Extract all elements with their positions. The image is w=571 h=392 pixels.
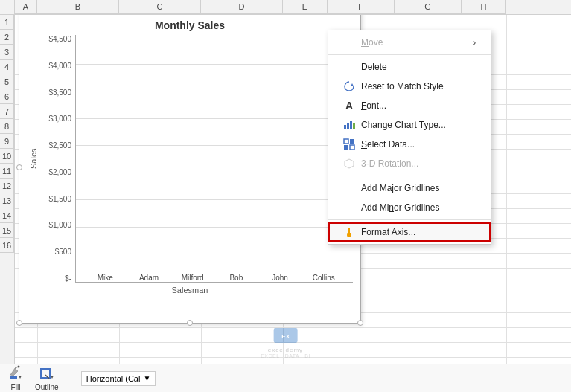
watermark-logo-svg: EX — [270, 324, 300, 347]
bar-label-john: John — [272, 274, 288, 282]
outline-button[interactable]: Outline — [35, 365, 59, 391]
row-header-2[interactable]: 2 — [0, 30, 14, 45]
row-header-4[interactable]: 4 — [0, 60, 14, 74]
row-header-12[interactable]: 12 — [0, 179, 14, 193]
move-icon — [343, 36, 355, 48]
handle-bl[interactable] — [16, 320, 22, 326]
y-tick: $1,000 — [48, 221, 71, 229]
col-header-b[interactable]: B — [37, 0, 119, 14]
watermark-tagline: EXCEL · DATA · BI — [261, 353, 310, 359]
menu-item-minor-gridlines[interactable]: Add Minor Gridlines — [328, 198, 491, 217]
horizontal-cal-label: Horizontal (Cal — [86, 374, 141, 383]
major-gridlines-icon — [343, 182, 355, 194]
menu-label-minor-gridlines: Add Minor Gridlines — [361, 202, 439, 213]
y-tick: $2,500 — [48, 141, 71, 150]
y-tick: $3,000 — [48, 115, 71, 123]
fill-button[interactable]: Fill — [7, 365, 24, 391]
horizontal-cal-dropdown[interactable]: Horizontal (Cal ▼ — [81, 371, 156, 386]
row-header-6[interactable]: 6 — [0, 89, 14, 104]
minor-gridlines-icon — [343, 202, 355, 213]
row-header-10[interactable]: 10 — [0, 149, 14, 164]
y-axis-label: Sales — [27, 35, 40, 283]
menu-item-change-chart[interactable]: Change Chart Type... — [328, 115, 491, 135]
bar-group-milford: Milford — [170, 271, 214, 282]
fill-label: Fill — [11, 383, 21, 391]
row-header-1[interactable]: 1 — [0, 15, 14, 30]
spreadsheet: A B C D E F G H 1 2 3 4 5 6 7 8 9 10 11 … — [0, 0, 571, 392]
y-tick: $500 — [55, 248, 71, 256]
watermark-text: exceldemy — [268, 347, 303, 353]
y-tick: $- — [65, 274, 71, 283]
menu-item-reset-style[interactable]: Reset to Match Style — [328, 77, 491, 96]
menu-item-select-data[interactable]: Select Data... — [328, 135, 491, 154]
col-header-h[interactable]: H — [462, 0, 506, 14]
menu-item-delete[interactable]: Delete — [328, 57, 491, 77]
bottom-toolbar: Fill Outline Horizontal (Cal ▼ — [0, 364, 571, 392]
bar-group-john: John — [258, 271, 302, 282]
handle-bc[interactable] — [187, 320, 193, 326]
menu-label-3d-rotation: 3-D Rotation... — [361, 158, 418, 169]
svg-rect-18 — [41, 369, 50, 378]
chart-inner: Monthly Sales Sales $4,500 $4,000 $3,500… — [19, 12, 360, 323]
row-header-16[interactable]: 16 — [0, 238, 14, 253]
font-icon: A — [343, 100, 355, 112]
select-data-icon — [343, 138, 355, 150]
svg-rect-5 — [344, 139, 348, 144]
menu-separator-1 — [328, 54, 491, 55]
menu-label-reset-style: Reset to Match Style — [361, 81, 444, 91]
row-header-3[interactable]: 3 — [0, 45, 14, 60]
dropdown-arrow-icon: ▼ — [143, 374, 150, 382]
menu-label-format-axis: Format Axis... — [361, 227, 415, 237]
menu-label-font: Font... — [361, 100, 386, 111]
col-header-c[interactable]: C — [119, 0, 201, 14]
bar-group-bob: Bob — [214, 271, 258, 282]
menu-item-major-gridlines[interactable]: Add Major Gridlines — [328, 179, 491, 198]
y-tick: $4,500 — [48, 35, 71, 43]
row-header-9[interactable]: 9 — [0, 134, 14, 149]
handle-br[interactable] — [357, 320, 363, 326]
svg-marker-14 — [10, 368, 18, 376]
row-header-11[interactable]: 11 — [0, 164, 14, 179]
col-header-e[interactable]: E — [283, 0, 328, 14]
chart-container[interactable]: Monthly Sales Sales $4,500 $4,000 $3,500… — [19, 11, 361, 324]
row-header-7[interactable]: 7 — [0, 104, 14, 119]
menu-label-major-gridlines: Add Major Gridlines — [361, 183, 439, 193]
y-tick: $4,000 — [48, 62, 71, 70]
col-header-g[interactable]: G — [395, 0, 462, 14]
row-header-15[interactable]: 15 — [0, 223, 14, 238]
move-arrow-icon: › — [473, 39, 476, 47]
outline-label: Outline — [35, 383, 59, 391]
svg-rect-13 — [10, 376, 17, 379]
row-header-14[interactable]: 14 — [0, 208, 14, 223]
row-header-13[interactable]: 13 — [0, 193, 14, 208]
context-menu: Move › Delete Reset to Match Style A Fon… — [328, 30, 491, 245]
svg-rect-7 — [344, 145, 348, 150]
corner-cell — [0, 0, 15, 15]
chart-body: Sales $4,500 $4,000 $3,500 $3,000 $2,500… — [27, 35, 353, 283]
delete-icon — [343, 61, 355, 73]
y-tick: $1,500 — [48, 195, 71, 203]
svg-marker-20 — [51, 376, 54, 379]
col-header-a[interactable]: A — [15, 0, 37, 14]
bar-group-mike: Mike — [83, 271, 127, 282]
menu-item-font[interactable]: A Font... — [328, 96, 491, 115]
col-header-f[interactable]: F — [328, 0, 395, 14]
bar-group-collins: Collins — [302, 271, 345, 282]
menu-label-move: Move — [361, 37, 383, 48]
menu-item-format-axis[interactable]: Format Axis... — [328, 222, 491, 242]
bar-label-milford: Milford — [182, 274, 204, 282]
row-header-5[interactable]: 5 — [0, 74, 14, 89]
bar-label-bob: Bob — [229, 274, 243, 282]
svg-text:EX: EX — [281, 333, 290, 340]
menu-separator-2 — [328, 176, 491, 176]
row-headers: 1 2 3 4 5 6 7 8 9 10 11 12 13 14 15 16 — [0, 15, 15, 392]
watermark: EX exceldemy EXCEL · DATA · BI — [261, 324, 310, 359]
y-tick: $2,000 — [48, 168, 71, 176]
handle-ml[interactable] — [16, 164, 22, 170]
reset-icon — [343, 80, 355, 92]
menu-item-3d-rotation: 3-D Rotation... — [328, 154, 491, 173]
menu-item-move[interactable]: Move › — [328, 33, 491, 52]
chart-type-icon — [343, 119, 355, 131]
row-header-8[interactable]: 8 — [0, 119, 14, 134]
col-header-d[interactable]: D — [201, 0, 283, 14]
